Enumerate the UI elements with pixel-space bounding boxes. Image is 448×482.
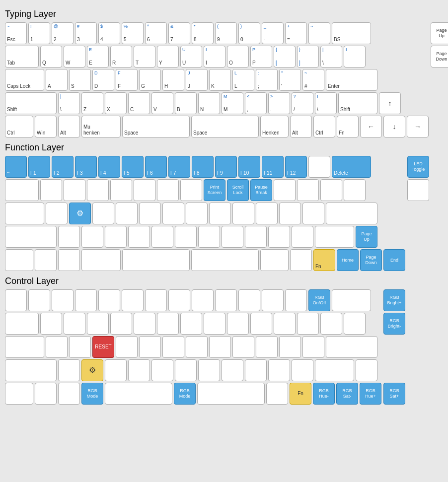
ctrl-key-empty38[interactable] [232,336,254,358]
ctrl-key-empty47[interactable] [151,359,173,381]
key-p[interactable]: PP [250,46,272,68]
ctrl-key-empty7[interactable] [145,289,167,311]
key-win[interactable]: Win [35,116,57,138]
key-8[interactable]: *8 [192,22,214,44]
fn-key-empty43[interactable] [81,249,121,271]
ctrl-key-empty28[interactable] [320,313,342,335]
ctrl-key-rgb-sat-plus[interactable]: RGBSat+ [383,383,405,405]
fn-key-empty25[interactable] [302,203,324,224]
fn-key-gear[interactable]: ⚙ [69,203,91,224]
ctrl-key-empty43[interactable] [5,359,57,381]
fn-key-empty6[interactable] [110,179,132,201]
ctrl-key-empty61[interactable] [266,383,288,405]
ctrl-key-rgb-sat-minus[interactable]: RGBSat- [336,383,358,405]
ctrl-key-empty15[interactable] [5,313,39,335]
key-t[interactable]: T [134,46,155,68]
key-enter[interactable]: Enter [326,69,377,91]
fn-key-empty2[interactable] [5,179,39,201]
key-capslock[interactable]: Caps Lock [5,69,44,91]
key-comma[interactable]: <, [245,92,267,114]
ctrl-key-empty26[interactable] [274,313,296,335]
key-0[interactable]: )0 [238,22,260,44]
fn-key-empty13[interactable] [344,179,366,201]
ctrl-key-empty5[interactable] [98,289,120,311]
fn-side-empty[interactable] [407,179,429,201]
ctrl-key-empty20[interactable] [134,313,155,335]
ctrl-key-empty39[interactable] [256,336,278,358]
ctrl-key-empty60[interactable] [197,383,265,405]
key-c[interactable]: C [128,92,150,114]
key-m[interactable]: MM [222,92,243,114]
key-backslash[interactable]: |\ [320,46,342,68]
key-z[interactable]: Z [81,92,103,114]
key-semicolon[interactable]: :; [256,69,278,91]
fn-key-f4[interactable]: F4 [98,156,120,178]
fn-key-empty33[interactable] [175,226,197,248]
fn-key-pausebreak[interactable]: PauseBreak [250,179,272,201]
key-fn[interactable]: Fn [337,116,359,138]
key-space2[interactable]: Space [191,116,259,138]
fn-key-empty32[interactable] [151,226,173,248]
key-9[interactable]: (9 [215,22,237,44]
fn-key-pageup[interactable]: PageUp [356,226,377,248]
fn-key-end[interactable]: End [383,249,405,271]
fn-key-f3[interactable]: F3 [75,156,97,178]
fn-key-empty46[interactable] [260,249,289,271]
key-up-typing[interactable]: ↑ [379,92,401,114]
fn-key-empty37[interactable] [268,226,290,248]
fn-key-empty20[interactable] [186,203,208,224]
key-o[interactable]: O [227,46,249,68]
ctrl-key-rgb-bright-plus[interactable]: RGBBright+ [383,289,405,311]
ctrl-key-empty13[interactable] [285,289,307,311]
key-h[interactable]: H [162,69,184,91]
fn-key-empty4[interactable] [64,179,85,201]
key-pipe2[interactable]: I [344,46,366,68]
ctrl-key-rgb-bright-minus[interactable]: RGBBright- [383,313,405,335]
key-slash[interactable]: ?/ [292,92,313,114]
key-e[interactable]: EE [87,46,109,68]
fn-key-empty44[interactable] [122,249,190,271]
fn-key-f2[interactable]: F2 [52,156,74,178]
fn-key-empty8[interactable] [157,179,179,201]
key-w[interactable]: W [64,46,85,68]
fn-key-empty18[interactable] [139,203,161,224]
key-l[interactable]: LL [232,69,254,91]
fn-key-f11[interactable]: F11 [262,156,284,178]
key-minus[interactable]: _- [262,22,284,44]
ctrl-key-empty32[interactable] [69,336,91,358]
fn-key-empty7[interactable] [134,179,155,201]
ctrl-key-empty48[interactable] [175,359,197,381]
ctrl-key-empty35[interactable] [162,336,184,358]
ctrl-key-empty29[interactable] [344,313,366,335]
key-shift-l[interactable]: Shift [5,92,57,114]
key-k[interactable]: K [209,69,231,91]
key-f[interactable]: FF [116,69,138,91]
fn-key-empty24[interactable] [279,203,301,224]
fn-key-empty11[interactable] [297,179,319,201]
ctrl-key-empty6[interactable] [122,289,144,311]
fn-key-empty39[interactable] [315,226,354,248]
ctrl-key-empty9[interactable] [192,289,214,311]
key-pageup-typing[interactable]: PageUp [431,22,448,44]
ctrl-key-empty31[interactable] [46,336,68,358]
ctrl-key-empty2[interactable] [28,289,50,311]
ctrl-key-empty42[interactable] [326,336,377,358]
key-left-typing[interactable]: ← [360,116,382,138]
ctrl-key-empty11[interactable] [238,289,260,311]
ctrl-key-empty55[interactable] [356,359,377,381]
key-equal[interactable]: += [285,22,307,44]
key-2[interactable]: @2 [52,22,74,44]
ctrl-key-empty16[interactable] [40,313,62,335]
key-quote[interactable]: "' [279,69,301,91]
ctrl-key-empty24[interactable] [227,313,249,335]
key-muhenkan[interactable]: Muhenken [81,116,121,138]
key-intl-ro2[interactable]: I\ [315,92,337,114]
fn-key-empty36[interactable] [245,226,267,248]
ctrl-key-empty33[interactable] [116,336,138,358]
fn-key-f7[interactable]: F7 [168,156,190,178]
fn-key-empty19[interactable] [162,203,184,224]
ctrl-key-reset[interactable]: RESET [92,336,114,358]
ctrl-key-rgb-mode1[interactable]: RGBMode [81,383,103,405]
fn-key-pagedown[interactable]: PageDown [360,249,382,271]
ctrl-key-empty1[interactable] [5,289,27,311]
